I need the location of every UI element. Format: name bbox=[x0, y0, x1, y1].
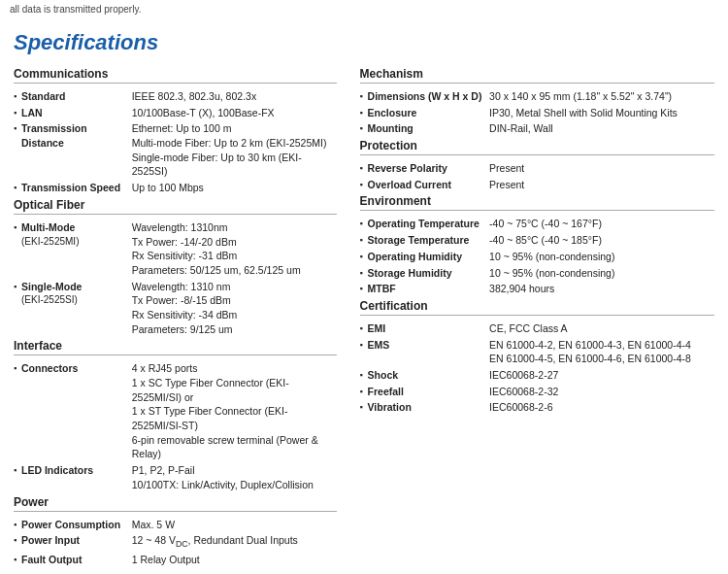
section-power: PowerPower ConsumptionMax. 5 WPower Inpu… bbox=[14, 495, 337, 568]
spec-table: Operating Temperature-40 ~ 75°C (-40 ~ 1… bbox=[360, 216, 714, 296]
spec-label: Shock bbox=[360, 367, 488, 384]
table-row: LAN10/100Base-T (X), 100Base-FX bbox=[14, 105, 337, 121]
spec-value: IEC60068-2-32 bbox=[487, 384, 714, 400]
spec-label: Single-Mode(EKI-2525SI) bbox=[14, 279, 130, 338]
table-row: MountingDIN-Rail, Wall bbox=[360, 120, 714, 137]
spec-label: Operating Temperature bbox=[360, 216, 488, 232]
spec-value: EN 61000-4-2, EN 61000-4-3, EN 61000-4-4… bbox=[487, 337, 714, 367]
spec-label: Vibration bbox=[360, 399, 488, 416]
spec-label: Mounting bbox=[360, 120, 488, 137]
spec-value: Wavelength: 1310nmTx Power: -14/-20 dBmR… bbox=[130, 219, 337, 279]
table-row: Storage Temperature-40 ~ 85°C (-40 ~ 185… bbox=[360, 232, 714, 249]
table-row: VibrationIEC60068-2-6 bbox=[360, 399, 714, 416]
section-title: Mechanism bbox=[360, 67, 714, 84]
spec-table: EMICE, FCC Class AEMSEN 61000-4-2, EN 61… bbox=[360, 321, 714, 416]
section-protection: ProtectionReverse PolarityPresentOverloa… bbox=[360, 139, 714, 192]
spec-label: Reverse Polarity bbox=[360, 160, 488, 177]
spec-label: Dimensions (W x H x D) bbox=[360, 88, 488, 105]
spec-label: Connectors bbox=[14, 360, 130, 462]
spec-label: LED Indicators bbox=[14, 462, 130, 492]
spec-label: MTBF bbox=[360, 281, 488, 297]
table-row: EMSEN 61000-4-2, EN 61000-4-3, EN 61000-… bbox=[360, 337, 714, 367]
spec-value: Max. 5 W bbox=[130, 517, 337, 533]
table-row: Dimensions (W x H x D)30 x 140 x 95 mm (… bbox=[360, 88, 714, 105]
top-note: all data is transmitted properly. bbox=[0, 0, 728, 20]
spec-value: 10 ~ 95% (non-condensing) bbox=[487, 249, 714, 265]
spec-label: Fault Output bbox=[14, 552, 130, 568]
spec-table: Multi-Mode(EKI-2525MI)Wavelength: 1310nm… bbox=[14, 219, 337, 338]
table-row: EMICE, FCC Class A bbox=[360, 321, 714, 337]
spec-table: StandardIEEE 802.3, 802.3u, 802.3xLAN10/… bbox=[14, 88, 337, 196]
table-row: Single-Mode(EKI-2525SI)Wavelength: 1310 … bbox=[14, 279, 337, 338]
main-content: Specifications CommunicationsStandardIEE… bbox=[0, 20, 728, 574]
spec-value: Up to 100 Mbps bbox=[130, 180, 337, 196]
two-column-layout: CommunicationsStandardIEEE 802.3, 802.3u… bbox=[14, 67, 714, 569]
table-row: LED IndicatorsP1, P2, P-Fail10/100TX: Li… bbox=[14, 462, 337, 492]
spec-label: EMS bbox=[360, 337, 488, 367]
spec-value: 10/100Base-T (X), 100Base-FX bbox=[130, 105, 337, 121]
table-row: ShockIEC60068-2-27 bbox=[360, 367, 714, 384]
spec-value: IEEE 802.3, 802.3u, 802.3x bbox=[130, 88, 337, 105]
spec-value: Present bbox=[487, 177, 714, 193]
section-title: Environment bbox=[360, 194, 714, 211]
table-row: Power ConsumptionMax. 5 W bbox=[14, 517, 337, 533]
page-title: Specifications bbox=[14, 30, 714, 55]
section-title: Interface bbox=[14, 339, 337, 355]
spec-value: 1 Relay Output bbox=[130, 552, 337, 568]
section-title: Certification bbox=[360, 299, 714, 316]
section-environment: EnvironmentOperating Temperature-40 ~ 75… bbox=[360, 194, 714, 296]
spec-table: Dimensions (W x H x D)30 x 140 x 95 mm (… bbox=[360, 88, 714, 137]
table-row: Operating Humidity10 ~ 95% (non-condensi… bbox=[360, 249, 714, 265]
table-row: Transmission SpeedUp to 100 Mbps bbox=[14, 180, 337, 196]
section-interface: InterfaceConnectors4 x RJ45 ports1 x SC … bbox=[14, 339, 337, 492]
left-column: CommunicationsStandardIEEE 802.3, 802.3u… bbox=[14, 67, 350, 569]
spec-label: Freefall bbox=[360, 384, 488, 400]
spec-label: Transmission Speed bbox=[14, 180, 130, 196]
table-row: Storage Humidity10 ~ 95% (non-condensing… bbox=[360, 265, 714, 282]
table-row: Operating Temperature-40 ~ 75°C (-40 ~ 1… bbox=[360, 216, 714, 232]
table-row: FreefallIEC60068-2-32 bbox=[360, 384, 714, 400]
spec-value: Present bbox=[487, 160, 714, 177]
spec-value: P1, P2, P-Fail10/100TX: Link/Activity, D… bbox=[130, 462, 337, 492]
table-row: StandardIEEE 802.3, 802.3u, 802.3x bbox=[14, 88, 337, 105]
spec-label: Multi-Mode(EKI-2525MI) bbox=[14, 219, 130, 279]
section-title: Optical Fiber bbox=[14, 198, 337, 215]
spec-value: IP30, Metal Shell with Solid Mounting Ki… bbox=[487, 105, 714, 121]
section-title: Power bbox=[14, 495, 337, 512]
table-row: Connectors4 x RJ45 ports1 x SC Type Fibe… bbox=[14, 360, 337, 462]
spec-label: Storage Humidity bbox=[360, 265, 488, 282]
spec-label: Power Consumption bbox=[14, 517, 130, 533]
spec-label: Standard bbox=[14, 88, 130, 105]
spec-table: Reverse PolarityPresentOverload CurrentP… bbox=[360, 160, 714, 192]
table-row: EnclosureIP30, Metal Shell with Solid Mo… bbox=[360, 105, 714, 121]
section-communications: CommunicationsStandardIEEE 802.3, 802.3u… bbox=[14, 67, 337, 196]
section-certification: CertificationEMICE, FCC Class AEMSEN 610… bbox=[360, 299, 714, 416]
spec-value: DIN-Rail, Wall bbox=[487, 120, 714, 137]
spec-label: Overload Current bbox=[360, 177, 488, 193]
spec-value: IEC60068-2-27 bbox=[487, 367, 714, 384]
table-row: Transmission DistanceEthernet: Up to 100… bbox=[14, 120, 337, 180]
table-row: MTBF382,904 hours bbox=[360, 281, 714, 297]
section-optical-fiber: Optical FiberMulti-Mode(EKI-2525MI)Wavel… bbox=[14, 198, 337, 338]
section-title: Protection bbox=[360, 139, 714, 155]
spec-value: 4 x RJ45 ports1 x SC Type Fiber Connecto… bbox=[130, 360, 337, 462]
spec-value: IEC60068-2-6 bbox=[487, 399, 714, 416]
section-title: Communications bbox=[14, 67, 337, 84]
spec-value: -40 ~ 75°C (-40 ~ 167°F) bbox=[487, 216, 714, 232]
table-row: Reverse PolarityPresent bbox=[360, 160, 714, 177]
spec-label: Storage Temperature bbox=[360, 232, 488, 249]
table-row: Power Input12 ~ 48 VDC, Redundant Dual I… bbox=[14, 532, 337, 551]
spec-value: -40 ~ 85°C (-40 ~ 185°F) bbox=[487, 232, 714, 249]
spec-table: Power ConsumptionMax. 5 WPower Input12 ~… bbox=[14, 517, 337, 568]
table-row: Multi-Mode(EKI-2525MI)Wavelength: 1310nm… bbox=[14, 219, 337, 279]
spec-value: 12 ~ 48 VDC, Redundant Dual Inputs bbox=[130, 532, 337, 551]
table-row: Overload CurrentPresent bbox=[360, 177, 714, 193]
spec-label: EMI bbox=[360, 321, 488, 337]
spec-value: 10 ~ 95% (non-condensing) bbox=[487, 265, 714, 282]
spec-label: LAN bbox=[14, 105, 130, 121]
spec-value: Wavelength: 1310 nmTx Power: -8/-15 dBmR… bbox=[130, 279, 337, 338]
spec-table: Connectors4 x RJ45 ports1 x SC Type Fibe… bbox=[14, 360, 337, 492]
right-column: MechanismDimensions (W x H x D)30 x 140 … bbox=[350, 67, 714, 569]
spec-label: Transmission Distance bbox=[14, 120, 130, 180]
section-mechanism: MechanismDimensions (W x H x D)30 x 140 … bbox=[360, 67, 714, 137]
